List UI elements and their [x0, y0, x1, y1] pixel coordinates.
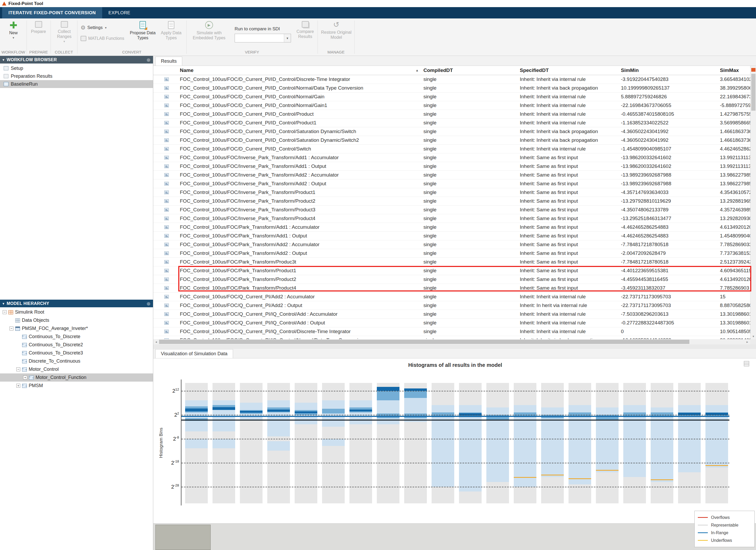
table-row[interactable]: FOC_Control_100us/FOC/Q_Current_PI/IQ_Co…	[153, 327, 750, 336]
column-header-specifieddt[interactable]: SpecifiedDT	[518, 67, 619, 73]
table-row[interactable]: FOC_Control_100us/FOC/D_Current_PI/ID_Co…	[153, 92, 750, 101]
table-row[interactable]: FOC_Control_100us/FOC/Q_Current_PI/IQ_Co…	[153, 319, 750, 327]
group-divider	[77, 21, 77, 54]
restore-original-model-button[interactable]: ↺ Restore Original Model	[320, 21, 352, 40]
cell-compileddt: single	[422, 76, 518, 82]
tree-item-continuous-to-discrete2[interactable]: Continuous_To_Discrete2	[0, 341, 153, 349]
table-row[interactable]: FOC_Control_100us/FOC/D_Current_PI/ID_Co…	[153, 101, 750, 110]
collapse-icon[interactable]: ▾	[3, 58, 4, 62]
scroll-down-button[interactable]: ▼	[750, 334, 756, 339]
tree-item-motor-control[interactable]: −Motor_Control	[0, 365, 153, 374]
toolstrip-tab-explore[interactable]: EXPLORE	[102, 7, 137, 18]
collapse-expander-icon[interactable]: −	[3, 310, 7, 314]
histogram-segment-dark	[240, 411, 263, 413]
table-row[interactable]: FOC_Control_100us/FOC/D_Current_PI/ID_Co…	[153, 75, 750, 84]
table-row[interactable]: FOC_Control_100us/FOC/Park_Transform/Add…	[153, 240, 750, 249]
collapse-icon[interactable]: ▾	[3, 302, 4, 306]
table-row[interactable]: FOC_Control_100us/FOC/D_Current_PI/ID_Co…	[153, 110, 750, 119]
expand-expander-icon[interactable]: +	[23, 376, 27, 380]
combobox-dropdown-button[interactable]: ▼	[284, 34, 291, 42]
workflow-item-preparation-results[interactable]: Preparation Results	[0, 72, 153, 80]
table-row[interactable]: FOC_Control_100us/FOC/Inverse_Park_Trans…	[153, 179, 750, 188]
pane-splitter[interactable]	[153, 345, 756, 349]
table-row[interactable]: FOC_Control_100us/FOC/D_Current_PI/ID_Co…	[153, 127, 750, 136]
collapse-expander-icon[interactable]: −	[9, 327, 13, 331]
tab-visualization[interactable]: Visualization of Simulation Data	[155, 349, 233, 358]
table-row[interactable]: FOC_Control_100us/FOC/Q_Current_PI/IQ_Co…	[153, 310, 750, 319]
table-row[interactable]: FOC_Control_100us/FOC/Inverse_Park_Trans…	[153, 153, 750, 162]
simulate-button[interactable]: ▶ Simulate with Embedded Types	[191, 21, 227, 40]
group-divider	[186, 21, 187, 54]
tree-item-continuous-to-discrete[interactable]: Continuous_To_Discrete	[0, 333, 153, 341]
cell-simmin: -7.784817218780518	[619, 242, 718, 247]
cell-name: FOC_Control_100us/FOC/Q_Current_PI/IQ_Co…	[178, 329, 422, 335]
prepare-button[interactable]: Prepare	[27, 21, 50, 34]
settings-button[interactable]: ⚙ Settings ▼	[81, 25, 107, 31]
workflow-item-setup[interactable]: Setup	[0, 64, 153, 72]
table-row[interactable]: FOC_Control_100us/FOC/Inverse_Park_Trans…	[153, 197, 750, 205]
table-row[interactable]: FOC_Control_100us/FOC/Inverse_Park_Trans…	[153, 214, 750, 223]
scroll-left-button[interactable]: ◄	[153, 339, 159, 345]
tab-results[interactable]: Results	[155, 57, 182, 66]
tree-item-motor-control-function[interactable]: +Motor_Control_Function	[0, 374, 153, 382]
block-icon	[164, 138, 169, 142]
table-row[interactable]: FOC_Control_100us/FOC/D_Current_PI/ID_Co…	[153, 119, 750, 127]
toolstrip-tab-iterative-fixed-point-conversion[interactable]: ITERATIVE FIXED-POINT CONVERSION	[2, 7, 102, 18]
panel-menu-icon[interactable]: ◎	[147, 301, 150, 306]
cell-simmin: -13.295251846313477	[619, 215, 718, 221]
horizontal-scrollbar-thumb[interactable]	[159, 340, 689, 344]
table-row[interactable]: FOC_Control_100us/FOC/Q_Current_PI/Add2 …	[153, 293, 750, 301]
collect-ranges-button[interactable]: Collect Ranges ▼	[52, 21, 76, 43]
cell-specifieddt: Inherit: Inherit via internal rule	[518, 329, 619, 335]
chart-options-icon[interactable]	[744, 361, 749, 366]
cell-simmin: -0.46553874015808105	[619, 111, 718, 117]
scroll-right-button[interactable]: ►	[744, 339, 750, 345]
expand-expander-icon[interactable]: +	[16, 384, 20, 388]
table-row[interactable]: FOC_Control_100us/FOC/Park_Transform/Add…	[153, 232, 750, 240]
panner-thumb[interactable]	[155, 525, 211, 550]
cell-icon	[153, 225, 178, 229]
apply-data-types-button[interactable]: Apply Data Types	[158, 21, 184, 40]
preparation-results-icon	[4, 74, 8, 78]
table-row[interactable]: FOC_Control_100us/FOC/Q_Current_PI/Add2 …	[153, 301, 750, 310]
table-row[interactable]: FOC_Control_100us/FOC/Inverse_Park_Trans…	[153, 188, 750, 197]
matlab-functions-button[interactable]: MATLAB Functions	[81, 36, 124, 41]
underflow-mark	[569, 478, 591, 479]
table-row[interactable]: FOC_Control_100us/FOC/Park_Transform/Pro…	[153, 258, 750, 266]
column-header-simmax[interactable]: SimMax	[718, 67, 750, 73]
sdi-run-combobox[interactable]: ▼	[235, 34, 291, 42]
collapse-expander-icon[interactable]: −	[16, 367, 20, 371]
model-hierarchy-header[interactable]: ▾ MODEL HIERARCHY ◎	[0, 300, 153, 307]
table-row[interactable]: FOC_Control_100us/FOC/D_Current_PI/ID_Co…	[153, 145, 750, 153]
compare-results-button[interactable]: Compare Results	[293, 21, 317, 39]
table-row[interactable]: FOC_Control_100us/FOC/Park_Transform/Add…	[153, 249, 750, 258]
workflow-browser-header[interactable]: ▾ WORKFLOW BROWSER ◎	[0, 56, 153, 63]
table-row[interactable]: FOC_Control_100us/FOC/Inverse_Park_Trans…	[153, 205, 750, 214]
new-button[interactable]: New ▼	[2, 21, 25, 39]
vertical-scrollbar[interactable]: ▼	[750, 66, 756, 339]
table-row[interactable]: FOC_Control_100us/FOC/D_Current_PI/ID_Co…	[153, 84, 750, 92]
table-row[interactable]: FOC_Control_100us/FOC/D_Current_PI/ID_Co…	[153, 136, 750, 145]
horizontal-scrollbar[interactable]: ◄ ►	[153, 339, 750, 345]
tree-item-pmsm[interactable]: +PMSM	[0, 382, 153, 390]
block-icon	[164, 234, 169, 238]
table-row[interactable]: FOC_Control_100us/FOC/Inverse_Park_Trans…	[153, 171, 750, 179]
column-header-compileddt[interactable]: CompiledDT	[422, 67, 518, 73]
column-header-simmin[interactable]: SimMin	[619, 67, 718, 73]
tree-item-continuous-to-discrete3[interactable]: Continuous_To_Discrete3	[0, 349, 153, 357]
tree-item-simulink-root[interactable]: −Simulink Root	[0, 308, 153, 316]
tree-item-data-objects[interactable]: Data Objects	[0, 316, 153, 325]
tree-item-label: Discrete_To_Continuous	[29, 359, 80, 364]
table-row[interactable]: FOC_Control_100us/FOC/Q_Current_PI/IQ_Co…	[153, 336, 750, 339]
table-row[interactable]: FOC_Control_100us/FOC/Park_Transform/Add…	[153, 223, 750, 232]
tree-item-pmsm-foc-average-inveter[interactable]: −PMSM_FOC_Average_Inveter*	[0, 325, 153, 333]
column-header-name[interactable]: Name ▲	[178, 67, 422, 73]
cell-specifieddt: Inherit: Inherit via internal rule	[518, 111, 619, 117]
table-row[interactable]: FOC_Control_100us/FOC/Inverse_Park_Trans…	[153, 162, 750, 171]
panel-menu-icon[interactable]: ◎	[147, 57, 150, 62]
propose-data-types-button[interactable]: Propose Data Types	[129, 21, 156, 40]
visualization-tab-label: Visualization of Simulation Data	[161, 351, 228, 357]
tree-item-discrete-to-continuous[interactable]: Discrete_To_Continuous	[0, 357, 153, 365]
vertical-scrollbar-thumb[interactable]	[751, 74, 755, 111]
workflow-item-baselinerun[interactable]: BaselineRun	[0, 80, 153, 88]
